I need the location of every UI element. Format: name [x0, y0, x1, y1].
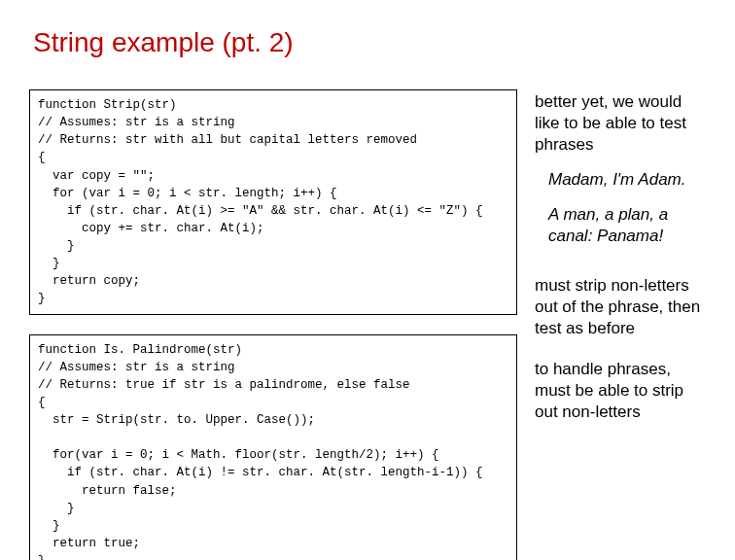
- annotation-column: better yet, we would like to be able to …: [535, 89, 706, 560]
- slide-title: String example (pt. 2): [33, 27, 706, 58]
- example-phrase-1: Madam, I'm Adam.: [535, 169, 706, 191]
- annotation-handle: to handle phrases, must be able to strip…: [535, 359, 706, 423]
- code-block-strip: function Strip(str) // Assumes: str is a…: [29, 89, 517, 315]
- annotation-strip: must strip non-letters out of the phrase…: [535, 275, 706, 339]
- annotation-intro: better yet, we would like to be able to …: [535, 91, 706, 156]
- slide-content: function Strip(str) // Assumes: str is a…: [29, 89, 706, 560]
- code-column: function Strip(str) // Assumes: str is a…: [29, 89, 517, 560]
- code-block-palindrome: function Is. Palindrome(str) // Assumes:…: [29, 334, 517, 561]
- example-phrase-2: A man, a plan, a canal: Panama!: [535, 204, 706, 247]
